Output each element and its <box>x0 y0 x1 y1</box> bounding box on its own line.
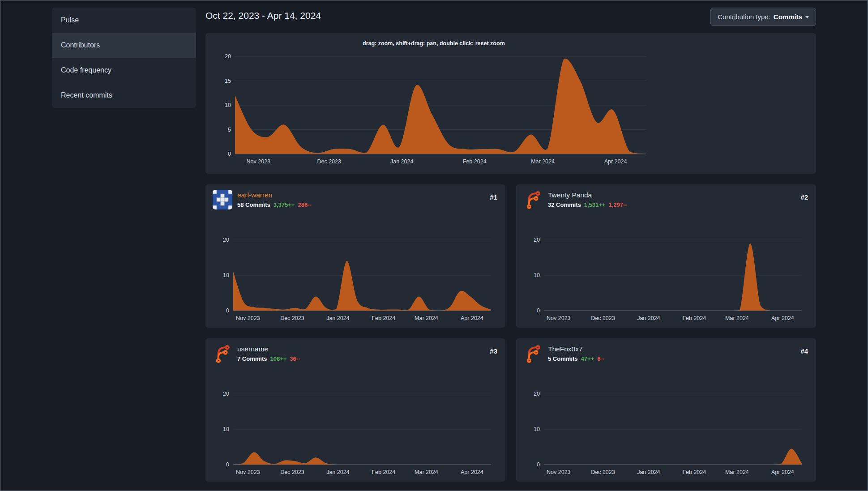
svg-text:Nov 2023: Nov 2023 <box>247 158 271 165</box>
rank-badge: #1 <box>490 193 497 201</box>
rank-badge: #2 <box>800 193 808 201</box>
svg-text:15: 15 <box>225 78 231 84</box>
svg-text:Dec 2023: Dec 2023 <box>591 469 615 475</box>
sidebar: Pulse Contributors Code frequency Recent… <box>52 8 196 108</box>
svg-text:Apr 2024: Apr 2024 <box>604 158 627 165</box>
svg-text:Feb 2024: Feb 2024 <box>682 469 706 475</box>
rank-badge: #4 <box>800 347 808 355</box>
svg-text:0: 0 <box>228 151 231 157</box>
chevron-down-icon <box>805 16 809 18</box>
additions-count: 108++ <box>270 355 286 362</box>
svg-text:Nov 2023: Nov 2023 <box>547 315 571 321</box>
svg-text:10: 10 <box>534 272 540 278</box>
contributor-card-header: username 7 Commits 108++ 36-- #3 <box>213 344 498 363</box>
contributor-card: username 7 Commits 108++ 36-- #3 01020No… <box>205 338 505 482</box>
sidebar-item-recent-commits[interactable]: Recent commits <box>52 83 196 108</box>
avatar[interactable] <box>523 344 543 363</box>
svg-text:Jan 2024: Jan 2024 <box>326 469 349 475</box>
identicon-avatar-icon <box>213 190 232 209</box>
svg-text:Dec 2023: Dec 2023 <box>317 158 341 165</box>
commit-count: 7 Commits <box>237 355 267 362</box>
avatar[interactable] <box>213 190 232 209</box>
svg-text:20: 20 <box>534 391 540 397</box>
contributor-card: TheFox0x7 5 Commits 47++ 6-- #4 01020Nov… <box>516 338 816 482</box>
svg-text:20: 20 <box>223 237 229 243</box>
avatar[interactable] <box>523 190 543 209</box>
svg-text:0: 0 <box>226 307 229 314</box>
contributor-card-header: TheFox0x7 5 Commits 47++ 6-- #4 <box>523 344 809 363</box>
svg-text:5: 5 <box>228 127 231 133</box>
contributor-stats: 5 Commits 47++ 6-- <box>548 355 604 362</box>
contributor-chart[interactable]: 01020Nov 2023Dec 2023Jan 2024Feb 2024Mar… <box>213 389 498 478</box>
svg-text:10: 10 <box>534 426 540 432</box>
contributor-chart[interactable]: 01020Nov 2023Dec 2023Jan 2024Feb 2024Mar… <box>523 389 809 478</box>
svg-text:Feb 2024: Feb 2024 <box>372 469 395 475</box>
contributor-meta: TheFox0x7 5 Commits 47++ 6-- <box>548 344 604 362</box>
commit-count: 32 Commits <box>548 201 581 208</box>
overall-contributions-chart[interactable]: 05101520Nov 2023Dec 2023Jan 2024Feb 2024… <box>214 51 653 167</box>
contribution-type-value: Commits <box>774 13 802 21</box>
svg-text:Jan 2024: Jan 2024 <box>390 158 413 165</box>
contributor-meta: earl-warren 58 Commits 3,375++ 286-- <box>237 190 312 208</box>
svg-text:Apr 2024: Apr 2024 <box>771 315 794 321</box>
svg-text:Apr 2024: Apr 2024 <box>771 469 794 475</box>
contributor-card: earl-warren 58 Commits 3,375++ 286-- #1 … <box>205 184 505 328</box>
contributor-name[interactable]: earl-warren <box>237 191 272 199</box>
svg-text:Jan 2024: Jan 2024 <box>637 315 660 321</box>
contribution-type-label: Contribution type: <box>718 13 770 21</box>
overall-contributions-card: drag: zoom, shift+drag: pan, double clic… <box>205 33 816 174</box>
svg-text:10: 10 <box>225 102 231 108</box>
contributor-card-header: Twenty Panda 32 Commits 1,531++ 1,297-- … <box>523 190 809 209</box>
svg-text:Mar 2024: Mar 2024 <box>415 315 438 321</box>
contributor-card-header: earl-warren 58 Commits 3,375++ 286-- #1 <box>213 190 498 209</box>
contributor-cards-grid: earl-warren 58 Commits 3,375++ 286-- #1 … <box>205 184 816 482</box>
forgejo-logo-icon <box>523 344 543 363</box>
additions-count: 3,375++ <box>274 201 295 208</box>
contributor-meta: Twenty Panda 32 Commits 1,531++ 1,297-- <box>548 190 627 208</box>
rank-badge: #3 <box>490 347 497 355</box>
contributor-chart[interactable]: 01020Nov 2023Dec 2023Jan 2024Feb 2024Mar… <box>523 235 809 324</box>
sidebar-item-contributors[interactable]: Contributors <box>52 33 196 58</box>
contributor-name[interactable]: Twenty Panda <box>548 191 592 199</box>
svg-text:0: 0 <box>537 307 540 314</box>
svg-text:20: 20 <box>225 53 231 60</box>
contributor-card: Twenty Panda 32 Commits 1,531++ 1,297-- … <box>516 184 816 328</box>
svg-text:Mar 2024: Mar 2024 <box>725 315 749 321</box>
contribution-type-dropdown[interactable]: Contribution type: Commits <box>710 8 816 26</box>
svg-text:Jan 2024: Jan 2024 <box>637 469 660 475</box>
svg-text:0: 0 <box>537 461 540 468</box>
svg-text:Nov 2023: Nov 2023 <box>236 315 260 321</box>
sidebar-item-pulse[interactable]: Pulse <box>52 8 196 33</box>
svg-text:Nov 2023: Nov 2023 <box>236 469 260 475</box>
svg-text:20: 20 <box>534 237 540 243</box>
additions-count: 47++ <box>581 355 594 362</box>
commit-count: 5 Commits <box>548 355 577 362</box>
commit-count: 58 Commits <box>237 201 270 208</box>
deletions-count: 6-- <box>597 355 604 362</box>
svg-text:Nov 2023: Nov 2023 <box>547 469 571 475</box>
contributor-meta: username 7 Commits 108++ 36-- <box>237 344 300 362</box>
page: Pulse Contributors Code frequency Recent… <box>0 0 868 482</box>
svg-text:10: 10 <box>223 272 229 278</box>
contributor-chart[interactable]: 01020Nov 2023Dec 2023Jan 2024Feb 2024Mar… <box>213 235 498 324</box>
svg-text:10: 10 <box>223 426 229 432</box>
svg-text:Dec 2023: Dec 2023 <box>280 469 304 475</box>
sidebar-item-code-frequency[interactable]: Code frequency <box>52 58 196 83</box>
forgejo-logo-icon <box>213 344 232 363</box>
contributor-stats: 58 Commits 3,375++ 286-- <box>237 201 312 208</box>
topbar: Oct 22, 2023 - Apr 14, 2024 Contribution… <box>205 8 816 26</box>
additions-count: 1,531++ <box>584 201 606 208</box>
contributor-name[interactable]: username <box>237 345 268 353</box>
avatar[interactable] <box>213 344 232 363</box>
deletions-count: 286-- <box>298 201 311 208</box>
svg-text:Mar 2024: Mar 2024 <box>531 158 555 165</box>
svg-text:0: 0 <box>226 461 229 468</box>
svg-text:Feb 2024: Feb 2024 <box>372 315 395 321</box>
contributor-name[interactable]: TheFox0x7 <box>548 345 583 353</box>
svg-text:Dec 2023: Dec 2023 <box>591 315 615 321</box>
svg-text:Feb 2024: Feb 2024 <box>463 158 487 165</box>
deletions-count: 1,297-- <box>608 201 627 208</box>
svg-text:Mar 2024: Mar 2024 <box>415 469 438 475</box>
date-range-title: Oct 22, 2023 - Apr 14, 2024 <box>205 10 321 21</box>
svg-text:Jan 2024: Jan 2024 <box>326 315 349 321</box>
